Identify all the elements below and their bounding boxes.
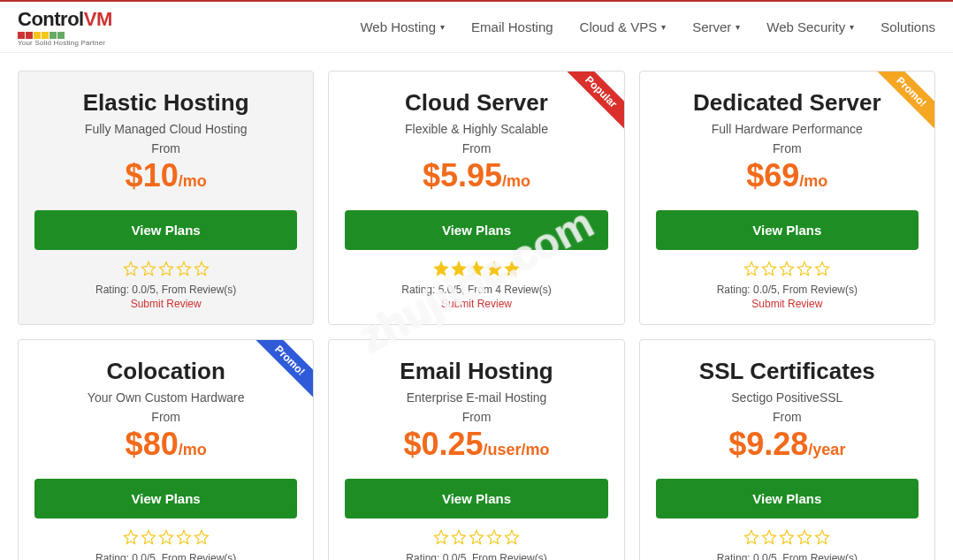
star-icon bbox=[469, 529, 484, 549]
logo[interactable]: ControlVM Your Solid Hosting Partner bbox=[18, 8, 112, 47]
star-rating bbox=[656, 529, 919, 549]
star-icon bbox=[743, 261, 759, 280]
card-title: Elastic Hosting bbox=[34, 89, 297, 117]
star-icon bbox=[504, 261, 520, 280]
nav-label: Email Hosting bbox=[471, 19, 553, 34]
view-plans-button[interactable]: View Plans bbox=[656, 210, 919, 250]
nav-item-email-hosting[interactable]: Email Hosting bbox=[471, 19, 553, 34]
rating-text: Rating: 0.0/5, From Review(s) bbox=[34, 284, 297, 296]
logo-text: ControlVM bbox=[18, 8, 112, 31]
star-icon bbox=[158, 261, 174, 280]
logo-squares-icon bbox=[18, 32, 112, 39]
view-plans-button[interactable]: View Plans bbox=[34, 479, 297, 518]
card-from-label: From bbox=[345, 141, 607, 155]
star-icon bbox=[814, 529, 830, 549]
chevron-down-icon: ▾ bbox=[850, 22, 854, 32]
nav-label: Solutions bbox=[881, 19, 935, 34]
card-subtitle: Full Hardware Performance bbox=[656, 122, 919, 136]
nav-label: Cloud & VPS bbox=[580, 19, 658, 34]
star-icon bbox=[123, 529, 139, 549]
card-price: $10/mo bbox=[34, 157, 297, 194]
star-icon bbox=[433, 529, 449, 549]
rating-text: Rating: 5.0/5, From 4 Review(s) bbox=[345, 284, 607, 296]
view-plans-button[interactable]: View Plans bbox=[345, 210, 607, 250]
star-rating bbox=[656, 261, 919, 280]
chevron-down-icon: ▾ bbox=[661, 22, 666, 32]
pricing-card-cloud-server: PopularCloud ServerFlexible & Highly Sca… bbox=[328, 71, 624, 325]
submit-review-link[interactable]: Submit Review bbox=[656, 298, 919, 310]
pricing-card-elastic-hosting: Elastic HostingFully Managed Cloud Hosti… bbox=[18, 71, 314, 325]
card-subtitle: Sectigo PositiveSSL bbox=[656, 390, 919, 405]
star-icon bbox=[451, 261, 467, 280]
star-icon bbox=[141, 261, 156, 280]
star-icon bbox=[451, 529, 467, 549]
pricing-grid: Elastic HostingFully Managed Cloud Hosti… bbox=[0, 53, 953, 560]
nav-label: Web Hosting bbox=[360, 19, 436, 34]
star-icon bbox=[743, 529, 759, 549]
main-nav: Web Hosting▾Email HostingCloud & VPS▾Ser… bbox=[360, 19, 935, 34]
star-icon bbox=[433, 261, 449, 280]
card-price: $9.28/year bbox=[656, 426, 919, 463]
star-icon bbox=[814, 261, 830, 280]
star-icon bbox=[797, 529, 812, 549]
card-from-label: From bbox=[34, 410, 297, 424]
card-title: Email Hosting bbox=[345, 358, 607, 385]
star-icon bbox=[761, 261, 777, 280]
star-rating bbox=[34, 261, 297, 280]
card-price: $69/mo bbox=[656, 157, 919, 194]
nav-item-server[interactable]: Server▾ bbox=[692, 19, 740, 34]
nav-label: Server bbox=[692, 19, 731, 34]
card-price: $5.95/mo bbox=[345, 157, 607, 194]
card-from-label: From bbox=[34, 141, 297, 155]
card-title: Dedicated Server bbox=[656, 89, 919, 117]
star-icon bbox=[176, 261, 192, 280]
nav-item-web-hosting[interactable]: Web Hosting▾ bbox=[360, 19, 445, 34]
header: ControlVM Your Solid Hosting Partner Web… bbox=[0, 0, 953, 53]
submit-review-link[interactable]: Submit Review bbox=[345, 298, 607, 310]
card-from-label: From bbox=[656, 410, 919, 424]
star-icon bbox=[486, 529, 502, 549]
card-subtitle: Flexible & Highly Scalable bbox=[345, 122, 607, 136]
star-icon bbox=[141, 529, 156, 549]
star-icon bbox=[504, 529, 520, 549]
card-subtitle: Enterprise E-mail Hosting bbox=[345, 390, 607, 405]
card-price: $0.25/user/mo bbox=[345, 426, 607, 463]
star-icon bbox=[797, 261, 812, 280]
card-subtitle: Your Own Custom Hardware bbox=[34, 390, 297, 405]
card-from-label: From bbox=[656, 141, 919, 155]
submit-review-link[interactable]: Submit Review bbox=[34, 298, 297, 310]
rating-text: Rating: 0.0/5, From Review(s) bbox=[656, 284, 919, 296]
star-icon bbox=[486, 261, 502, 280]
logo-tagline: Your Solid Hosting Partner bbox=[18, 39, 112, 47]
rating-text: Rating: 0.0/5, From Review(s) bbox=[34, 552, 297, 560]
star-icon bbox=[779, 261, 795, 280]
card-title: Colocation bbox=[34, 358, 297, 385]
view-plans-button[interactable]: View Plans bbox=[34, 210, 297, 250]
rating-text: Rating: 0.0/5, From Review(s) bbox=[345, 552, 607, 560]
card-from-label: From bbox=[345, 410, 607, 424]
chevron-down-icon: ▾ bbox=[440, 22, 445, 32]
star-rating bbox=[345, 529, 607, 549]
star-icon bbox=[194, 529, 210, 549]
chevron-down-icon: ▾ bbox=[736, 22, 740, 32]
rating-text: Rating: 0.0/5, From Review(s) bbox=[656, 552, 919, 560]
card-subtitle: Fully Managed Cloud Hosting bbox=[34, 122, 297, 136]
view-plans-button[interactable]: View Plans bbox=[656, 479, 919, 518]
pricing-card-ssl-certificates: SSL CertificatesSectigo PositiveSSLFrom$… bbox=[639, 339, 935, 560]
star-rating bbox=[34, 529, 297, 549]
card-price: $80/mo bbox=[34, 426, 297, 463]
pricing-card-colocation: Promo!ColocationYour Own Custom Hardware… bbox=[18, 339, 314, 560]
star-rating bbox=[345, 261, 607, 280]
nav-item-solutions[interactable]: Solutions bbox=[881, 19, 935, 34]
card-title: Cloud Server bbox=[345, 89, 607, 117]
nav-item-web-security[interactable]: Web Security▾ bbox=[766, 19, 854, 34]
star-icon bbox=[761, 529, 777, 549]
star-icon bbox=[194, 261, 210, 280]
view-plans-button[interactable]: View Plans bbox=[345, 479, 607, 518]
star-icon bbox=[123, 261, 139, 280]
nav-item-cloud-vps[interactable]: Cloud & VPS▾ bbox=[580, 19, 667, 34]
pricing-card-email-hosting: Email HostingEnterprise E-mail HostingFr… bbox=[328, 339, 624, 560]
star-icon bbox=[176, 529, 192, 549]
star-icon bbox=[779, 529, 795, 549]
nav-label: Web Security bbox=[766, 19, 845, 34]
